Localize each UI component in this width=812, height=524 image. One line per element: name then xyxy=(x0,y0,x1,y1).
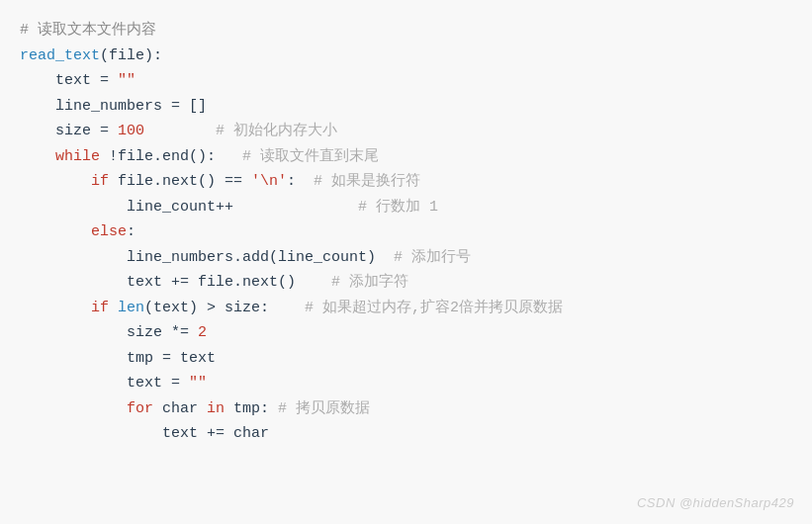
code-token: file.next() == xyxy=(109,173,251,190)
code-block: # 读取文本文件内容read_text(file): text = "" lin… xyxy=(20,18,792,447)
code-line: else: xyxy=(20,219,792,245)
code-token: [] xyxy=(189,98,207,115)
code-line: text = "" xyxy=(20,371,792,396)
code-line: text = "" xyxy=(20,68,792,94)
code-line: if len(text) > size: # 如果超过内存,扩容2倍并拷贝原数据 xyxy=(20,296,792,321)
code-token: # 如果超过内存,扩容2倍并拷贝原数据 xyxy=(305,300,563,316)
code-token: size = xyxy=(20,123,118,139)
code-token xyxy=(20,400,127,417)
code-line: for char in tmp: # 拷贝原数据 xyxy=(20,396,792,422)
code-token: # 行数加 1 xyxy=(358,199,438,216)
code-token: # 初始化内存大小 xyxy=(216,123,337,139)
code-token xyxy=(109,300,118,316)
code-token: # 如果是换行符 xyxy=(314,173,420,190)
code-line: size *= 2 xyxy=(20,320,792,346)
code-token: line_count++ xyxy=(20,199,358,216)
code-token: : xyxy=(287,173,314,190)
code-token: if xyxy=(91,173,109,190)
code-token: "" xyxy=(189,375,207,392)
code-line: line_count++ # 行数加 1 xyxy=(20,195,792,220)
code-token: while xyxy=(55,148,100,165)
code-line: text += char xyxy=(20,421,792,447)
code-token: '\n' xyxy=(251,173,287,190)
code-token: # 添加行号 xyxy=(394,249,471,266)
code-token xyxy=(20,223,91,240)
code-token: read_text xyxy=(20,47,100,64)
code-token: tmp: xyxy=(225,400,278,417)
code-token: "" xyxy=(118,72,135,89)
code-token: if xyxy=(91,300,109,316)
code-token: text = xyxy=(20,72,118,89)
watermark: CSDN @hiddenSharp429 xyxy=(637,495,794,510)
code-token: tmp = text xyxy=(20,350,216,367)
code-token xyxy=(20,300,91,316)
code-token: !file.end(): xyxy=(100,148,242,165)
code-container: # 读取文本文件内容read_text(file): text = "" lin… xyxy=(0,0,812,524)
code-token: size *= xyxy=(20,324,198,341)
code-token: text += file.next() xyxy=(20,274,331,291)
code-token: # 拷贝原数据 xyxy=(278,400,370,417)
code-line: # 读取文本文件内容 xyxy=(20,18,792,44)
code-token: # 添加字符 xyxy=(331,274,408,291)
code-token: char xyxy=(153,400,207,417)
code-token xyxy=(20,148,55,165)
code-token: # 读取文本文件内容 xyxy=(20,22,156,39)
code-token: else xyxy=(91,223,127,240)
code-line: line_numbers.add(line_count) # 添加行号 xyxy=(20,245,792,271)
code-line: line_numbers = [] xyxy=(20,94,792,120)
code-token: # 读取文件直到末尾 xyxy=(242,148,379,165)
code-token: (text) > size: xyxy=(144,300,305,316)
code-token: 2 xyxy=(198,324,207,341)
code-line: text += file.next() # 添加字符 xyxy=(20,270,792,296)
code-line: while !file.end(): # 读取文件直到末尾 xyxy=(20,144,792,170)
code-token xyxy=(144,123,216,139)
code-token: text = xyxy=(20,375,189,392)
code-token xyxy=(20,173,91,190)
code-token: len xyxy=(118,300,144,316)
code-token: in xyxy=(207,400,225,417)
code-line: read_text(file): xyxy=(20,44,792,69)
code-token: line_numbers = xyxy=(20,98,189,115)
code-token: line_numbers.add(line_count) xyxy=(20,249,394,266)
code-token: for xyxy=(127,400,153,417)
code-token: : xyxy=(127,223,135,240)
code-token: text += char xyxy=(20,425,269,442)
code-token: (file): xyxy=(100,47,162,64)
code-line: if file.next() == '\n': # 如果是换行符 xyxy=(20,169,792,195)
code-token: 100 xyxy=(118,123,144,139)
code-line: tmp = text xyxy=(20,346,792,372)
code-line: size = 100 # 初始化内存大小 xyxy=(20,119,792,144)
